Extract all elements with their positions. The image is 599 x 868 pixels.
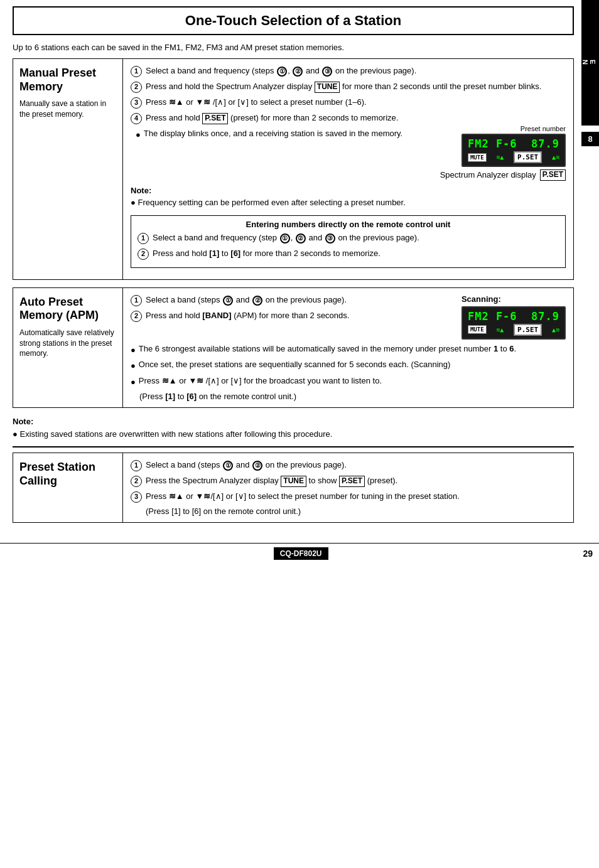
pset-label-3: P.SET xyxy=(339,476,365,487)
intro-text: Up to 6 stations each can be saved in th… xyxy=(13,43,574,52)
side-tab-number: 8 xyxy=(581,132,599,146)
model-badge: CQ-DF802U xyxy=(274,547,328,560)
page-number: 29 xyxy=(583,549,593,559)
tune-label: TUNE xyxy=(315,82,340,93)
manual-step-3-text: Press ≋▲ or ▼≋ /[∧] or [∨] to select a p… xyxy=(146,97,566,109)
auto-step-2-text: Press and hold [BAND] (APM) for more tha… xyxy=(146,310,455,322)
pset-badge-1: P.SET xyxy=(514,151,542,163)
calling-step-1-text: Select a band (steps ① and ② on the prev… xyxy=(146,459,566,471)
remote-step-1-text: Select a band and frequency (step ①, ② a… xyxy=(153,232,559,244)
auto-bullet-3-text: Press ≋▲ or ▼≋ /[∧] or [∨] for the broad… xyxy=(139,375,382,387)
auto-step-num-1: 1 xyxy=(131,295,142,306)
calling-step-1: 1 Select a band (steps ① and ② on the pr… xyxy=(131,459,566,471)
side-tab-english: ENGLISH xyxy=(581,0,599,126)
display-area-1: Preset number FM2 F-6 87.9 MUTE ≋▲ P.SET… xyxy=(461,125,566,167)
preset-number-label: Preset number xyxy=(461,125,566,132)
auto-steps-display-wrap: 1 Select a band (steps ① and ② on the pr… xyxy=(131,294,566,340)
tune-label-2: TUNE xyxy=(281,476,306,487)
manual-bullet-1-text: The display blinks once, and a receiving… xyxy=(144,128,402,140)
calling-step-num-1: 1 xyxy=(131,460,142,471)
auto-preset-heading: Auto Preset Memory (APM) xyxy=(19,296,116,323)
preset-calling-left: Preset Station Calling xyxy=(13,453,123,522)
manual-step-4: 4 Press and hold P.SET (preset) for more… xyxy=(131,112,455,124)
bold-num-r1: ① xyxy=(280,233,290,244)
bottom-note-label: Note: xyxy=(13,417,33,426)
bullet-dot-a1: ● xyxy=(131,345,136,356)
manual-step-4-text: Press and hold P.SET (preset) for more t… xyxy=(146,112,455,124)
remote-step-2: 2 Press and hold [1] to [6] for more tha… xyxy=(138,248,559,260)
bold-num-c2: ② xyxy=(252,461,262,471)
auto-step-1-text: Select a band (steps ① and ② on the prev… xyxy=(146,294,455,306)
step-num-3: 3 xyxy=(131,97,142,109)
spectrum-label: Spectrum Analyzer display xyxy=(440,170,536,179)
calling-step-2: 2 Press the Spectrum Analyzer display TU… xyxy=(131,475,566,487)
bold-num-r2: ② xyxy=(296,233,306,244)
auto-bullet-1-text: The 6 strongest available stations will … xyxy=(139,343,516,355)
page-footer: CQ-DF802U 29 xyxy=(0,543,599,564)
manual-preset-heading: Manual Preset Memory xyxy=(19,67,116,94)
note-label-1: Note: xyxy=(131,186,151,195)
display-area-2: Scanning: FM2 F-6 87.9 MUTE ≋▲ P.SET ▲≋ xyxy=(461,294,566,340)
arrow-icon-4: ▲≋ xyxy=(552,326,559,333)
auto-step-1: 1 Select a band (steps ① and ② on the pr… xyxy=(131,294,455,306)
bold-num-1: ① xyxy=(277,67,287,77)
manual-step-3: 3 Press ≋▲ or ▼≋ /[∧] or [∨] to select a… xyxy=(131,97,566,109)
note-text-1: ● Frequency setting can be performed eve… xyxy=(131,198,406,207)
manual-preset-left: Manual Preset Memory Manually save a sta… xyxy=(13,59,123,279)
manual-step-4-wrap: 4 Press and hold P.SET (preset) for more… xyxy=(131,112,566,167)
scanning-label: Scanning: xyxy=(461,294,501,304)
manual-step-2: 2 Press and hold the Spectrum Analyzer d… xyxy=(131,81,566,93)
calling-step-num-3: 3 xyxy=(131,491,142,503)
remote-step-num-1: 1 xyxy=(138,233,149,244)
bottom-note-text: ● Existing saved stations are overwritte… xyxy=(13,429,332,439)
auto-bullet-2-text: Once set, the preset stations are sequen… xyxy=(139,359,450,371)
inner-box-title: Entering numbers directly on the remote … xyxy=(138,220,559,229)
preset-calling-heading: Preset Station Calling xyxy=(19,461,116,488)
bullet-dot-1: ● xyxy=(136,129,141,141)
bullet-dot-a2: ● xyxy=(131,360,136,372)
divider-1 xyxy=(13,446,574,447)
step-num-1: 1 xyxy=(131,66,142,77)
auto-step-2: 2 Press and hold [BAND] (APM) for more t… xyxy=(131,310,455,322)
arrow-icon-2: ▲≋ xyxy=(552,154,559,161)
manual-preset-right: 1 Select a band and frequency (steps ①, … xyxy=(123,59,573,279)
auto-last-note: (Press [1] to [6] on the remote control … xyxy=(139,392,566,401)
remote-step-num-2: 2 xyxy=(138,249,149,260)
auto-preset-subtext: Automatically save relatively strong sta… xyxy=(19,328,116,359)
bullet-dot-a3: ● xyxy=(131,377,136,388)
manual-step-2-text: Press and hold the Spectrum Analyzer dis… xyxy=(146,81,566,93)
page-title-box: One-Touch Selection of a Station xyxy=(13,6,574,35)
display-box-1: FM2 F-6 87.9 MUTE ≋▲ P.SET ▲≋ xyxy=(461,134,566,167)
auto-bullet-1: ● The 6 strongest available stations wil… xyxy=(131,343,566,356)
arrow-icon-3: ≋▲ xyxy=(496,326,504,333)
auto-bullet-2: ● Once set, the preset stations are sequ… xyxy=(131,359,566,372)
calling-last-note: (Press [1] to [6] on the remote control … xyxy=(146,506,566,516)
manual-step-1-text: Select a band and frequency (steps ①, ② … xyxy=(146,65,566,77)
page-title: One-Touch Selection of a Station xyxy=(20,13,566,29)
auto-preset-section: Auto Preset Memory (APM) Automatically s… xyxy=(13,287,574,409)
display-sub-2: MUTE ≋▲ P.SET ▲≋ xyxy=(468,324,559,336)
auto-steps-col: 1 Select a band (steps ① and ② on the pr… xyxy=(131,294,455,326)
display-sub-1: MUTE ≋▲ P.SET ▲≋ xyxy=(468,151,559,163)
mute-badge-2: MUTE xyxy=(468,325,487,334)
auto-preset-right: 1 Select a band (steps ① and ② on the pr… xyxy=(123,288,573,408)
display-main-2: FM2 F-6 87.9 xyxy=(468,310,559,323)
step-num-2: 2 xyxy=(131,82,142,93)
manual-step-4-col: 4 Press and hold P.SET (preset) for more… xyxy=(131,112,455,144)
display-box-2: FM2 F-6 87.9 MUTE ≋▲ P.SET ▲≋ xyxy=(461,306,566,340)
preset-calling-section: Preset Station Calling 1 Select a band (… xyxy=(13,453,574,523)
auto-preset-left: Auto Preset Memory (APM) Automatically s… xyxy=(13,288,123,408)
pset-label-2: P.SET xyxy=(540,169,566,181)
manual-preset-subtext: Manually save a station in the preset me… xyxy=(19,99,116,120)
remote-step-2-text: Press and hold [1] to [6] for more than … xyxy=(153,248,559,260)
auto-bullet-3: ● Press ≋▲ or ▼≋ /[∧] or [∨] for the bro… xyxy=(131,375,566,388)
manual-step-1: 1 Select a band and frequency (steps ①, … xyxy=(131,65,566,77)
bold-num-c1: ① xyxy=(223,461,233,471)
mute-badge-1: MUTE xyxy=(468,153,487,162)
remote-step-1: 1 Select a band and frequency (step ①, ②… xyxy=(138,232,559,244)
manual-note: Note: ● Frequency setting can be perform… xyxy=(131,185,566,209)
display-main-1: FM2 F-6 87.9 xyxy=(468,137,559,150)
manual-bullet-1: ● The display blinks once, and a receivi… xyxy=(136,128,455,141)
pset-badge-2: P.SET xyxy=(514,324,542,336)
calling-step-3-text: Press ≋▲ or ▼≋/[∧] or [∨] to select the … xyxy=(146,491,566,503)
